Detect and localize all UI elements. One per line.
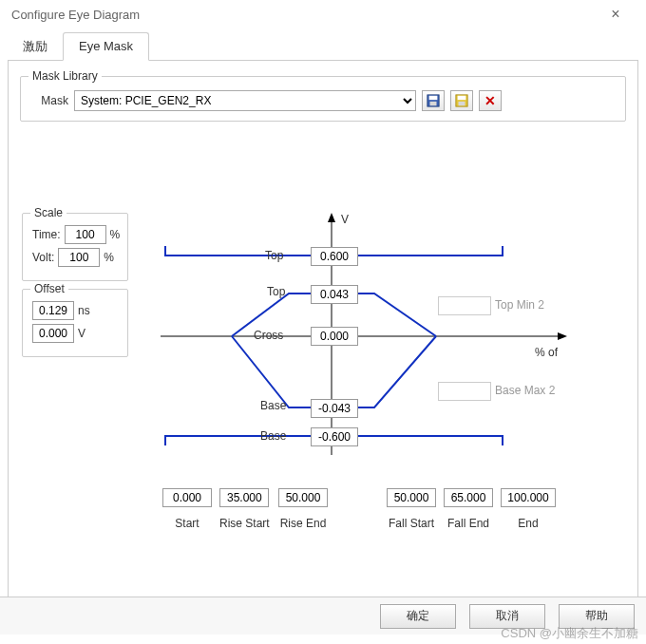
svg-rect-4 [458,96,466,100]
scale-time-unit: % [110,228,121,241]
fall-start-input[interactable] [387,488,436,507]
top-min2-input[interactable] [438,296,491,315]
svg-marker-7 [328,213,335,222]
window-title: Configure Eye Diagram [11,8,140,22]
cross-label: Cross [254,329,283,342]
rise-start-input[interactable] [219,488,269,507]
titlebar: Configure Eye Diagram × [0,0,646,28]
top-min2-label: Top Min 2 [495,298,544,312]
offset-volt-input[interactable] [32,324,74,343]
scale-title: Scale [30,206,66,219]
close-icon[interactable]: × [597,6,635,23]
tab-eye-mask[interactable]: Eye Mask [63,32,149,61]
scale-volt-unit: % [104,251,114,264]
cross-input[interactable] [311,327,358,346]
fall-end-input[interactable] [444,488,493,507]
save-as-icon[interactable] [450,90,473,111]
base-inner-input[interactable] [311,399,358,418]
top-outer-input[interactable] [311,247,358,266]
svg-rect-5 [459,102,466,105]
svg-rect-1 [429,96,438,100]
svg-rect-2 [430,102,437,105]
base-outer-label: Base [260,429,286,443]
base-inner-label: Base [260,399,286,412]
offset-title: Offset [30,282,68,295]
fall-end-label: Fall End [447,517,489,530]
top-inner-label: Top [267,285,285,298]
svg-marker-9 [558,332,567,340]
base-max2-input[interactable] [438,382,491,401]
fall-start-label: Fall Start [389,517,434,530]
v-axis-label: V [341,213,349,226]
offset-group: Offset ns V [22,289,128,357]
watermark: CSDN @小幽余生不加糖 [501,625,638,642]
mask-label: Mask [30,94,68,107]
tab-stimulus[interactable]: 激励 [8,32,63,61]
base-max2-label: Base Max 2 [495,384,555,397]
eye-diagram: V % of Top Top Cross Base Base Top Min 2… [151,213,607,536]
offset-volt-unit: V [78,327,86,340]
top-inner-input[interactable] [311,285,358,304]
end-input[interactable] [501,488,556,507]
offset-time-input[interactable] [32,301,74,320]
x-axis-label: % of [535,346,558,359]
tab-strip: 激励 Eye Mask [8,32,638,61]
rise-end-input[interactable] [278,488,328,507]
rise-end-label: Rise End [280,517,327,530]
scale-volt-input[interactable] [58,248,100,267]
ok-button[interactable]: 确定 [380,604,456,629]
start-input[interactable] [162,488,212,507]
scale-group: Scale Time: % Volt: % [22,213,128,281]
offset-time-unit: ns [78,304,90,317]
rise-start-label: Rise Start [219,517,270,530]
mask-library-group: Mask Library Mask System: PCIE_GEN2_RX ✕ [20,76,626,122]
mask-select[interactable]: System: PCIE_GEN2_RX [74,90,416,111]
scale-volt-label: Volt: [32,251,54,264]
start-label: Start [175,517,199,530]
top-outer-label: Top [265,249,283,262]
end-label: End [518,517,538,530]
mask-library-title: Mask Library [28,69,102,83]
scale-time-input[interactable] [65,225,106,244]
save-icon[interactable] [422,90,445,111]
scale-time-label: Time: [32,228,61,241]
tab-panel: Mask Library Mask System: PCIE_GEN2_RX ✕ [8,60,638,601]
delete-icon[interactable]: ✕ [479,90,502,111]
base-outer-input[interactable] [311,427,358,446]
